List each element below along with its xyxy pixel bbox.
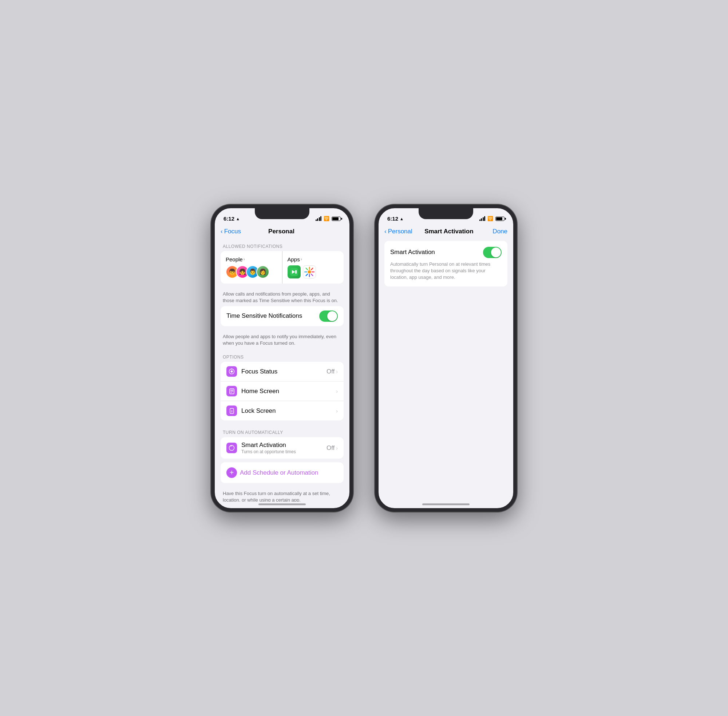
status-time-2: 6:12 ▲ xyxy=(387,215,404,221)
svg-point-5 xyxy=(231,370,233,373)
section-allowed-label: ALLOWED NOTIFICATIONS xyxy=(221,238,344,251)
done-button[interactable]: Done xyxy=(485,228,507,235)
wifi-icon-2: 🛜 xyxy=(487,216,493,221)
time-sensitive-toggle[interactable] xyxy=(319,311,338,322)
nav-bar-1: ‹ Focus Personal xyxy=(215,226,349,238)
photos-icon xyxy=(303,265,316,278)
svg-line-16 xyxy=(231,446,231,447)
home-screen-content: Home Screen xyxy=(241,388,332,395)
wifi-icon-1: 🛜 xyxy=(324,216,329,221)
apps-chevron: › xyxy=(301,256,302,262)
time-sensitive-row: Time Sensitive Notifications xyxy=(221,306,344,326)
smart-knob-2 xyxy=(491,247,501,257)
people-label: People xyxy=(226,256,243,262)
battery-fill-1 xyxy=(332,217,338,220)
focus-status-icon xyxy=(226,366,237,377)
auto-desc: Have this Focus turn on automatically at… xyxy=(221,487,344,501)
smart-activation-card-1: Smart Activation Turns on at opportune t… xyxy=(221,437,344,459)
location-icon-2: ▲ xyxy=(400,217,404,221)
notch-1 xyxy=(255,208,309,219)
smart-toggle-row: Smart Activation xyxy=(390,247,502,258)
nav-bar-2: ‹ Personal Smart Activation Done xyxy=(379,226,513,238)
allowed-row: People › 👦 👧 👨 👩 Apps › xyxy=(221,251,344,284)
avatars-container: 👦 👧 👨 👩 xyxy=(226,265,277,278)
back-label-2[interactable]: Personal xyxy=(388,228,413,235)
smart-title-2: Smart Activation xyxy=(390,249,435,256)
focus-status-value: Off xyxy=(326,368,335,375)
time-display-2: 6:12 xyxy=(387,215,398,221)
home-screen-icon xyxy=(226,386,237,396)
home-bar-1 xyxy=(258,504,306,505)
smart-activation-title: Smart Activation xyxy=(241,441,322,449)
nav-back-2[interactable]: ‹ Personal xyxy=(384,228,413,235)
phone-1: 6:12 ▲ 🛜 ‹ Focus Personal ALLOWED NOTI xyxy=(211,205,353,512)
nav-title-1: Personal xyxy=(268,228,294,235)
apps-title: Apps › xyxy=(288,256,339,262)
battery-icon-1 xyxy=(332,217,341,221)
signal-bar-6 xyxy=(481,218,482,221)
people-title: People › xyxy=(226,256,277,262)
add-schedule-row[interactable]: + Add Schedule or Automation xyxy=(221,462,344,483)
smart-desc-2: Automatically turn Personal on at releva… xyxy=(390,261,502,281)
back-chevron-1: ‹ xyxy=(221,228,223,235)
lock-screen-title: Lock Screen xyxy=(241,407,332,415)
scroll-content-2: Smart Activation Automatically turn Pers… xyxy=(379,238,513,502)
people-item[interactable]: People › 👦 👧 👨 👩 xyxy=(221,251,282,284)
signal-bar-7 xyxy=(483,217,484,221)
phone-2: 6:12 ▲ 🛜 ‹ Personal Smart Activation Don… xyxy=(375,205,517,512)
home-screen-row[interactable]: Home Screen › xyxy=(221,381,344,401)
notch-2 xyxy=(419,208,473,219)
focus-status-chevron: › xyxy=(336,369,338,375)
signal-bar-5 xyxy=(479,220,481,221)
nav-title-2: Smart Activation xyxy=(425,228,473,235)
options-label: OPTIONS xyxy=(221,349,344,362)
add-schedule-icon: + xyxy=(226,467,237,478)
signal-bar-2 xyxy=(317,218,318,221)
turn-on-label: TURN ON AUTOMATICALLY xyxy=(221,424,344,437)
smart-activation-right: Off › xyxy=(326,444,338,452)
smart-activation-subtitle: Turns on at opportune times xyxy=(241,449,322,454)
home-screen-right: › xyxy=(336,388,338,394)
focus-status-row[interactable]: Focus Status Off › xyxy=(221,362,344,381)
people-chevron: › xyxy=(244,256,245,262)
focus-status-title: Focus Status xyxy=(241,368,322,375)
signal-bar-3 xyxy=(319,217,320,221)
nav-back-1[interactable]: ‹ Focus xyxy=(221,228,241,235)
time-sensitive-desc: Allow people and apps to notify you imme… xyxy=(221,330,344,349)
facetime-icon xyxy=(288,265,301,278)
focus-status-right: Off › xyxy=(326,368,338,375)
signal-bar-4 xyxy=(320,216,322,221)
apps-item[interactable]: Apps › xyxy=(282,251,344,284)
svg-point-12 xyxy=(231,410,232,411)
lock-screen-content: Lock Screen xyxy=(241,407,332,415)
smart-activation-toggle-2[interactable] xyxy=(483,247,502,258)
lock-screen-chevron: › xyxy=(336,408,338,414)
home-screen-chevron: › xyxy=(336,388,338,394)
options-card: Focus Status Off › Ho xyxy=(221,362,344,420)
status-icons-1: 🛜 xyxy=(315,216,341,221)
home-screen-title: Home Screen xyxy=(241,388,332,395)
lock-screen-right: › xyxy=(336,408,338,414)
status-icons-2: 🛜 xyxy=(479,216,505,221)
time-display-1: 6:12 xyxy=(223,215,234,221)
apps-label: Apps xyxy=(288,256,300,262)
focus-status-content: Focus Status xyxy=(241,368,322,375)
lock-screen-row[interactable]: Lock Screen › xyxy=(221,401,344,420)
status-time-1: 6:12 ▲ xyxy=(223,215,240,221)
smart-activation-value: Off xyxy=(326,444,335,452)
smart-activation-row[interactable]: Smart Activation Turns on at opportune t… xyxy=(221,437,344,459)
signal-bars-1 xyxy=(315,216,322,221)
location-icon-1: ▲ xyxy=(236,217,240,221)
add-schedule-card: + Add Schedule or Automation xyxy=(221,462,344,483)
signal-bar-1 xyxy=(315,220,317,221)
home-bar-2 xyxy=(422,504,470,505)
signal-bar-8 xyxy=(484,216,485,221)
smart-activation-section: Smart Activation Automatically turn Pers… xyxy=(384,241,507,287)
time-sensitive-label: Time Sensitive Notifications xyxy=(226,312,302,320)
allowed-desc: Allow calls and notifications from peopl… xyxy=(221,287,344,306)
add-schedule-label: Add Schedule or Automation xyxy=(240,469,318,476)
smart-activation-content: Smart Activation Turns on at opportune t… xyxy=(241,441,322,454)
svg-rect-9 xyxy=(231,391,233,392)
back-label-1[interactable]: Focus xyxy=(224,228,241,235)
svg-rect-8 xyxy=(231,390,233,391)
